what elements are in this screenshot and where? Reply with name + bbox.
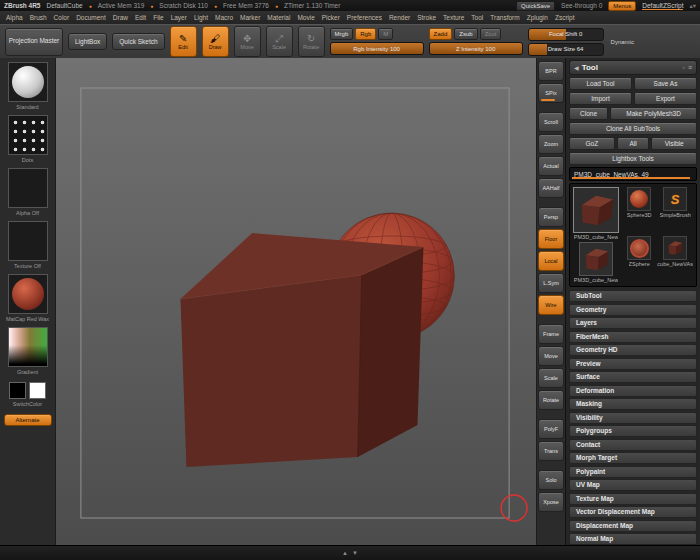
section-vector-displacement-map[interactable]: Vector Displacement Map <box>569 506 697 518</box>
menu-file[interactable]: File <box>153 14 163 21</box>
polyframe-button[interactable]: PolyF <box>538 419 564 439</box>
clone-button[interactable]: Clone <box>569 107 608 120</box>
goz-visible-button[interactable]: Visible <box>651 137 697 150</box>
section-texture-map[interactable]: Texture Map <box>569 493 697 505</box>
menu-render[interactable]: Render <box>389 14 410 21</box>
solo-button[interactable]: Solo <box>538 470 564 490</box>
scale-view-button[interactable]: Scale <box>538 368 564 388</box>
sphere3d-tool-thumbnail[interactable] <box>627 187 651 211</box>
rotate-mode-button[interactable]: ↻ Rotate <box>298 26 325 57</box>
section-contact[interactable]: Contact <box>569 439 697 451</box>
menus-toggle-button[interactable]: Menus <box>608 1 636 11</box>
transparency-button[interactable]: Trans <box>538 441 564 461</box>
tray-up-arrow-icon[interactable]: ▲ <box>342 550 348 556</box>
xpose-button[interactable]: Xpose <box>538 492 564 512</box>
menu-zscript[interactable]: Zscript <box>555 14 575 21</box>
document-canvas[interactable] <box>56 58 536 546</box>
section-uv-map[interactable]: UV Map <box>569 479 697 491</box>
recent-tool-thumbnail[interactable] <box>579 242 613 276</box>
cube-newvas-tool-thumbnail[interactable] <box>663 236 687 260</box>
current-texture-thumbnail[interactable] <box>8 221 48 261</box>
section-polypaint[interactable]: Polypaint <box>569 466 697 478</box>
menu-edit[interactable]: Edit <box>135 14 146 21</box>
current-tool-slider[interactable]: PM3D_cube_NewVAs. 49 <box>569 167 697 181</box>
zoom-button[interactable]: Zoom <box>538 134 564 154</box>
palette-menu-icon[interactable]: ≡ <box>688 64 692 71</box>
menu-draw[interactable]: Draw <box>113 14 128 21</box>
menu-zplugin[interactable]: Zplugin <box>527 14 548 21</box>
section-geometry[interactable]: Geometry <box>569 304 697 316</box>
clone-all-subtools-button[interactable]: Clone All SubTools <box>569 122 697 135</box>
move-mode-button[interactable]: ✥ Move <box>234 26 261 57</box>
mrgb-button[interactable]: Mrgb <box>330 28 354 40</box>
actual-size-button[interactable]: Actual <box>538 156 564 176</box>
zsub-button[interactable]: Zsub <box>454 28 477 40</box>
section-surface[interactable]: Surface <box>569 371 697 383</box>
m-button[interactable]: M <box>378 28 393 40</box>
make-polymesh3d-button[interactable]: Make PolyMesh3D <box>610 107 697 120</box>
main-color-swatch[interactable] <box>9 382 26 399</box>
quick-sketch-button[interactable]: Quick Sketch <box>112 33 164 50</box>
quicksave-button[interactable]: QuickSave <box>516 1 555 11</box>
load-tool-button[interactable]: Load Tool <box>569 77 632 90</box>
menu-macro[interactable]: Macro <box>215 14 233 21</box>
menu-stroke[interactable]: Stroke <box>417 14 436 21</box>
menu-tool[interactable]: Tool <box>471 14 483 21</box>
goz-button[interactable]: GoZ <box>569 137 615 150</box>
palette-pin-icon[interactable]: ◦ <box>682 64 684 71</box>
menu-light[interactable]: Light <box>194 14 208 21</box>
rotate-view-button[interactable]: Rotate <box>538 390 564 410</box>
tool-palette-header[interactable]: ◀ Tool ◦ ≡ <box>569 60 697 75</box>
section-morph-target[interactable]: Morph Target <box>569 452 697 464</box>
current-stroke-thumbnail[interactable] <box>8 115 48 155</box>
draw-mode-button[interactable]: 🖌 Draw <box>202 26 229 57</box>
zcut-button[interactable]: Zcut <box>480 28 502 40</box>
selected-tool-thumbnail[interactable] <box>573 187 619 233</box>
scroll-button[interactable]: Scroll <box>538 112 564 132</box>
section-normal-map[interactable]: Normal Map <box>569 533 697 545</box>
menu-texture[interactable]: Texture <box>443 14 464 21</box>
menu-transform[interactable]: Transform <box>490 14 519 21</box>
menu-movie[interactable]: Movie <box>297 14 314 21</box>
export-button[interactable]: Export <box>634 92 697 105</box>
simplebrush-tool-thumbnail[interactable]: S <box>663 187 687 211</box>
rgb-intensity-slider[interactable]: Rgb Intensity 100 <box>330 42 424 55</box>
tray-down-arrow-icon[interactable]: ▼ <box>352 550 358 556</box>
menu-material[interactable]: Material <box>267 14 290 21</box>
draw-size-slider[interactable]: Draw Size 64 <box>528 43 604 56</box>
frame-button[interactable]: Frame <box>538 324 564 344</box>
section-layers[interactable]: Layers <box>569 317 697 329</box>
section-subtool[interactable]: SubTool <box>569 290 697 302</box>
section-deformation[interactable]: Deformation <box>569 385 697 397</box>
zadd-button[interactable]: Zadd <box>429 28 453 40</box>
menu-preferences[interactable]: Preferences <box>347 14 382 21</box>
perspective-button[interactable]: Persp <box>538 207 564 227</box>
move-view-button[interactable]: Move <box>538 346 564 366</box>
secondary-color-swatch[interactable] <box>29 382 46 399</box>
default-zscript-button[interactable]: DefaultZScript <box>642 2 683 10</box>
save-as-button[interactable]: Save As <box>634 77 697 90</box>
current-material-thumbnail[interactable] <box>8 274 48 314</box>
scale-mode-button[interactable]: ⤢ Scale <box>266 26 293 57</box>
see-through-slider[interactable]: See-through 0 <box>561 2 602 9</box>
alternate-button[interactable]: Alternate <box>4 414 52 426</box>
bpr-render-button[interactable]: BPR <box>538 61 564 81</box>
edit-mode-button[interactable]: ✎ Edit <box>170 26 197 57</box>
z-intensity-slider[interactable]: Z Intensity 100 <box>429 42 523 55</box>
menu-layer[interactable]: Layer <box>171 14 187 21</box>
current-alpha-thumbnail[interactable] <box>8 168 48 208</box>
lightbox-button[interactable]: LightBox <box>68 33 107 50</box>
color-picker[interactable] <box>8 327 48 367</box>
menu-document[interactable]: Document <box>76 14 106 21</box>
menu-brush[interactable]: Brush <box>30 14 47 21</box>
lsym-button[interactable]: L.Sym <box>538 273 564 293</box>
menu-picker[interactable]: Picker <box>322 14 340 21</box>
import-button[interactable]: Import <box>569 92 632 105</box>
local-transform-button[interactable]: Local <box>538 251 564 271</box>
section-polygroups[interactable]: Polygroups <box>569 425 697 437</box>
lightbox-tools-button[interactable]: Lightbox Tools <box>569 152 697 165</box>
wireframe-button[interactable]: Wire <box>538 295 564 315</box>
dynamic-mode-toggle[interactable]: Dynamic <box>611 39 634 45</box>
section-fibermesh[interactable]: FiberMesh <box>569 331 697 343</box>
menu-alpha[interactable]: Alpha <box>6 14 23 21</box>
